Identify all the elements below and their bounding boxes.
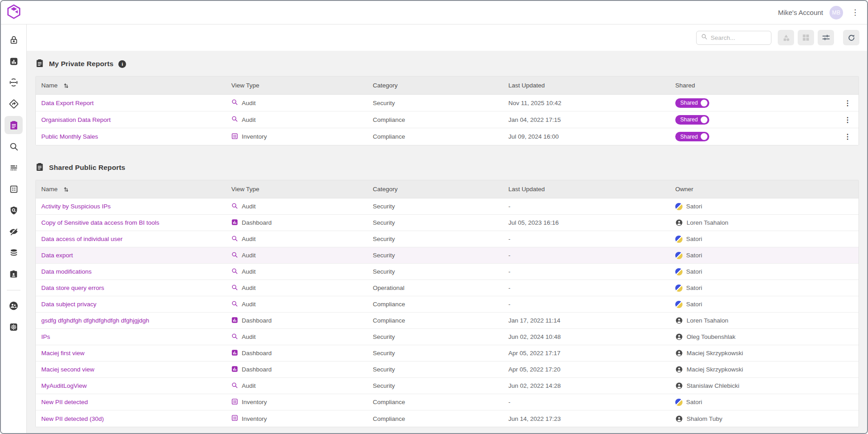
search-box[interactable] [696, 31, 771, 45]
sidebar-item-users[interactable] [5, 297, 23, 315]
shared-toggle[interactable]: Shared [675, 115, 709, 125]
col-header-category[interactable]: Category [367, 82, 503, 89]
report-name-link[interactable]: New PII detected (30d) [41, 415, 104, 422]
report-name-link[interactable]: Data store query errors [41, 285, 104, 291]
table-row[interactable]: Data Export Report Audit Security Nov 11… [36, 95, 858, 111]
row-kebab-menu-icon[interactable]: ⋮ [841, 116, 854, 124]
shared-toggle[interactable]: Shared [675, 132, 709, 141]
report-name-link[interactable]: Maciej second view [41, 366, 94, 373]
col-header-last-updated[interactable]: Last Updated [503, 186, 670, 193]
satori-logo-icon[interactable] [6, 4, 21, 21]
col-header-name[interactable]: Name [36, 82, 226, 89]
report-name-link[interactable]: New PII detected [41, 399, 88, 405]
owner-name-label: Satori [686, 301, 702, 308]
shared-toggle[interactable]: Shared [675, 98, 709, 108]
account-name[interactable]: Mike's Account [778, 9, 823, 16]
report-name-link[interactable]: Data subject privacy [41, 301, 97, 308]
sidebar-item-reports[interactable] [5, 116, 23, 134]
table-row[interactable]: Data modifications Audit Security - Sato… [36, 264, 858, 280]
sort-icon[interactable] [63, 82, 69, 89]
view-type-label: Dashboard [242, 219, 272, 226]
table-row[interactable]: Public Monthly Sales Inventory Complianc… [36, 128, 858, 145]
col-header-name[interactable]: Name [36, 186, 226, 193]
col-header-category[interactable]: Category [367, 186, 503, 193]
bar-chart-icon [9, 57, 19, 66]
col-header-last-updated[interactable]: Last Updated [503, 82, 670, 89]
table-row[interactable]: MyAuditLogView Audit Security Jun 02, 20… [36, 378, 858, 394]
table-row[interactable]: Data access of individual user Audit Sec… [36, 231, 858, 247]
sidebar-item-search[interactable] [5, 137, 23, 155]
table-row[interactable]: Data export Audit Security - Satori [36, 247, 858, 264]
sidebar-item-directions[interactable] [5, 95, 23, 113]
view-type-label: Dashboard [242, 317, 272, 324]
audit-view-type-icon [231, 116, 238, 124]
owner-name-label: Shalom Tuby [687, 415, 722, 422]
last-updated-label: - [503, 399, 670, 405]
table-header-row: Name View Type Category Last Updated Sha… [36, 77, 858, 95]
last-updated-label: Jul 05, 2023 16:16 [503, 219, 670, 226]
report-name-link[interactable]: Data Export Report [41, 100, 94, 106]
view-type-label: Audit [242, 333, 256, 340]
report-name-link[interactable]: Organisation Data Report [41, 116, 111, 123]
table-row[interactable]: Maciej second view Dashboard Security Ap… [36, 362, 858, 378]
last-updated-label: - [503, 203, 670, 210]
col-header-shared[interactable]: Shared [670, 82, 839, 89]
owner-name-label: Satori [686, 399, 702, 405]
shapes-view-button[interactable] [778, 30, 794, 45]
report-name-link[interactable]: Maciej first view [41, 350, 84, 357]
sidebar-item-bar-chart[interactable] [5, 52, 23, 70]
table-row[interactable]: Activity by Suspicious IPs Audit Securit… [36, 198, 858, 215]
filter-button[interactable] [818, 30, 834, 45]
table-row[interactable]: New PII detected (30d) Inventory Complia… [36, 410, 858, 427]
report-name-link[interactable]: Data modifications [41, 268, 92, 275]
report-name-link[interactable]: Copy of Sensitive data access from BI to… [41, 219, 159, 226]
sidebar-item-eye-off[interactable] [5, 222, 23, 241]
inventory-view-type-icon [231, 415, 238, 423]
table-row[interactable]: Data subject privacy Audit Compliance - … [36, 296, 858, 313]
report-name-link[interactable]: gsdfg dfghdfgh dfghdfghdfgh dfghjgjdgh [41, 317, 149, 324]
report-name-link[interactable]: Data export [41, 252, 73, 259]
report-name-link[interactable]: IPs [41, 333, 50, 340]
sidebar-item-shield-search[interactable] [5, 201, 23, 219]
owner-name-label: Loren Tsahalon [687, 317, 728, 324]
sort-icon[interactable] [63, 186, 69, 193]
table-row[interactable]: New PII detected Inventory Compliance - … [36, 394, 858, 410]
user-avatar[interactable]: MB [829, 6, 843, 19]
dashboard-view-type-icon [231, 349, 238, 357]
search-input[interactable] [711, 34, 761, 41]
sidebar-item-scan[interactable] [5, 73, 23, 92]
last-updated-label: - [503, 236, 670, 242]
sidebar-item-database[interactable] [5, 244, 23, 262]
top-bar: Mike's Account MB ⋮ [1, 1, 867, 24]
col-header-view-type[interactable]: View Type [226, 82, 367, 89]
topbar-kebab-menu-icon[interactable]: ⋮ [849, 8, 861, 17]
info-icon[interactable]: i [118, 60, 126, 68]
sidebar-item-id-badge[interactable] [5, 265, 23, 283]
sidebar-item-grid[interactable] [5, 180, 23, 198]
table-row[interactable]: gsdfg dfghdfgh dfghdfghdfgh dfghjgjdgh D… [36, 313, 858, 329]
reports-icon [9, 121, 19, 130]
sidebar-item-settings[interactable] [5, 318, 23, 336]
report-name-link[interactable]: Activity by Suspicious IPs [41, 203, 111, 210]
grid-view-button[interactable] [798, 30, 814, 45]
view-type-label: Audit [242, 236, 256, 242]
table-row[interactable]: Organisation Data Report Audit Complianc… [36, 111, 858, 128]
col-header-view-type[interactable]: View Type [226, 186, 367, 193]
view-type-label: Audit [242, 268, 256, 275]
refresh-button[interactable] [843, 30, 859, 45]
sidebar-item-lock[interactable] [5, 31, 23, 49]
table-row[interactable]: Copy of Sensitive data access from BI to… [36, 215, 858, 231]
table-row[interactable]: Data store query errors Audit Operationa… [36, 280, 858, 296]
report-name-link[interactable]: Public Monthly Sales [41, 133, 98, 140]
row-kebab-menu-icon[interactable]: ⋮ [841, 99, 854, 107]
report-name-link[interactable]: Data access of individual user [41, 236, 122, 242]
table-row[interactable]: Maciej first view Dashboard Security Apr… [36, 345, 858, 362]
report-name-link[interactable]: MyAuditLogView [41, 382, 87, 389]
col-header-owner[interactable]: Owner [670, 186, 839, 193]
sidebar-item-rows[interactable] [5, 159, 23, 177]
view-type-label: Audit [242, 116, 256, 123]
sidebar-divider [7, 290, 20, 290]
table-row[interactable]: IPs Audit Security Jun 02, 2024 10:48 Ol… [36, 329, 858, 345]
satori-owner-avatar [675, 268, 683, 275]
row-kebab-menu-icon[interactable]: ⋮ [841, 132, 854, 141]
